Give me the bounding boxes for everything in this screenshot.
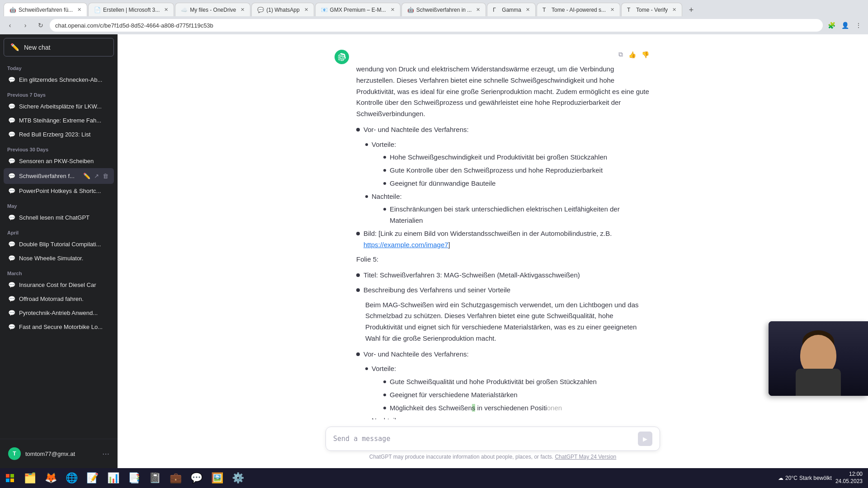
tab-9[interactable]: T Tome - Verify ✕: [621, 3, 682, 16]
sidebar-item-s12[interactable]: 💬 Offroad Motorrad fahren.: [4, 292, 114, 306]
tab-8[interactable]: T Tome - AI-powered s... ✕: [537, 3, 620, 16]
image-link[interactable]: https://example.com/image7: [363, 241, 448, 249]
sidebar-item-s1[interactable]: 💬 Ein glitzerndes Schnecken-Ab...: [4, 73, 114, 87]
sidebar-item-s5[interactable]: 💬 Sensoren an PKW-Scheiben: [4, 154, 114, 168]
bullet-nachteile-1: Nachteile:: [365, 191, 651, 202]
assistant-message: ⧉ 👍 👎 wendung von Druck und elektrischem…: [118, 43, 868, 419]
new-tab-button[interactable]: +: [685, 4, 698, 16]
more-icon[interactable]: ⋮: [853, 19, 864, 31]
sidebar-item-text-s8: Schnell lesen mit ChatGPT: [19, 214, 109, 221]
sidebar-item-s10[interactable]: 💬 Nose Wheelie Simulator.: [4, 251, 114, 265]
mag-desc: Beim MAG-Schweißen wird ein Schutzgasgem…: [365, 300, 651, 344]
text-v2-3: Möglichkeit des Schweißens in verschiede…: [390, 403, 562, 414]
tab-close-8[interactable]: ✕: [610, 7, 614, 13]
sidebar-item-s3[interactable]: 💬 MTB Steihänge: Extreme Fah...: [4, 113, 114, 127]
thumbs-up-button[interactable]: 👍: [627, 49, 638, 60]
sidebar-item-text-s1: Ein glitzerndes Schnecken-Ab...: [19, 76, 109, 83]
sidebar-item-s6[interactable]: 💬 Schweißverfahren f... ✏️ ↗ 🗑: [4, 168, 114, 184]
chat-icon-s14: 💬: [8, 324, 15, 330]
profile-icon[interactable]: 👤: [839, 19, 851, 31]
tab-close-5[interactable]: ✕: [391, 7, 395, 13]
forward-button[interactable]: ›: [19, 19, 32, 32]
dot-v1-1: [383, 156, 386, 159]
back-button[interactable]: ‹: [4, 19, 16, 32]
thumbs-down-button[interactable]: 👎: [640, 49, 651, 60]
taskbar-photos[interactable]: 🖼️: [207, 469, 227, 487]
tab-2[interactable]: 📄 Erstellen | Microsoft 3... ✕: [88, 3, 174, 16]
weather-temp: 20°C: [785, 475, 797, 481]
sidebar-item-s7[interactable]: 💬 PowerPoint Hotkeys & Shortc...: [4, 184, 114, 198]
bullet-bild-1: Bild: [Link zu einem Bild von Widerstand…: [356, 228, 651, 251]
tab-label-2: Erstellen | Microsoft 3...: [103, 7, 160, 13]
send-button[interactable]: ▶: [638, 432, 652, 446]
text-n1-1: Einschränkungen bei stark unterschiedlic…: [390, 204, 651, 226]
taskbar-chrome[interactable]: 🌐: [61, 469, 81, 487]
text-vn2: Vor- und Nachteile des Verfahrens:: [363, 349, 469, 360]
new-chat-icon: ✏️: [10, 43, 19, 52]
sidebar-item-s2[interactable]: 💬 Sichere Arbeitsplätze für LKW...: [4, 99, 114, 113]
message-input[interactable]: [333, 435, 633, 443]
tab-close-6[interactable]: ✕: [476, 7, 480, 13]
user-more-icon[interactable]: ⋯: [102, 450, 109, 458]
share-icon-s6[interactable]: ↗: [93, 172, 100, 180]
dot-n1-1: [383, 208, 386, 211]
taskbar-powerpoint[interactable]: 📑: [124, 469, 144, 487]
text-n2: Nachteile:: [372, 415, 402, 419]
dot-beschr-5: [356, 288, 360, 292]
taskbar-firefox[interactable]: 🦊: [41, 469, 61, 487]
tab-3[interactable]: ☁️ My files - OneDrive ✕: [175, 3, 250, 16]
sidebar-item-s8[interactable]: 💬 Schnell lesen mit ChatGPT: [4, 211, 114, 225]
refresh-button[interactable]: ↻: [34, 19, 47, 32]
dot-v2-1: [383, 380, 386, 383]
tab-close-9[interactable]: ✕: [672, 7, 676, 13]
tab-close-4[interactable]: ✕: [304, 7, 308, 13]
edit-icon-s6[interactable]: ✏️: [82, 172, 91, 180]
taskbar-explorer[interactable]: 🗂️: [20, 469, 40, 487]
dot-v1-3: [383, 182, 386, 185]
dot-n1: [365, 195, 368, 198]
address-input[interactable]: [50, 19, 823, 32]
bullet-vor-nach-2: Vor- und Nachteile des Verfahrens:: [356, 349, 651, 360]
copy-button[interactable]: ⧉: [617, 49, 625, 60]
taskbar-teams[interactable]: 💼: [165, 469, 185, 487]
text-v2-2: Geeignet für verschiedene Materialstärke…: [390, 389, 518, 401]
dot-vn2: [356, 352, 360, 356]
sidebar-item-text-s6: Schweißverfahren f...: [19, 173, 79, 179]
taskbar-settings[interactable]: ⚙️: [228, 469, 248, 487]
tab-close-2[interactable]: ✕: [164, 7, 168, 13]
sidebar-item-s4[interactable]: 💬 Red Bull Erzberg 2023: List: [4, 127, 114, 141]
sidebar-content: Today 💬 Ein glitzerndes Schnecken-Ab... …: [0, 60, 118, 439]
taskbar-onenote[interactable]: 📓: [145, 469, 165, 487]
taskbar-word[interactable]: 📝: [82, 469, 102, 487]
tab-active[interactable]: 🤖 Schweißverfahren fü... ✕: [4, 3, 87, 16]
assistant-icon: [335, 50, 349, 64]
chat-icon-s12: 💬: [8, 296, 15, 302]
section-march: March: [4, 265, 114, 278]
start-button[interactable]: [2, 470, 18, 486]
svg-rect-2: [6, 479, 9, 482]
sidebar-item-s13[interactable]: 💬 Pyrotechnik-Antrieb Anwend...: [4, 306, 114, 320]
input-wrapper: ▶ ChatGPT may produce inaccurate informa…: [326, 427, 660, 465]
tab-close-1[interactable]: ✕: [77, 7, 81, 13]
disclaimer-link[interactable]: ChatGPT May 24 Version: [555, 454, 616, 460]
sidebar-item-s9[interactable]: 💬 Double Blip Tutorial Compilati...: [4, 237, 114, 251]
user-row[interactable]: T tomtom77@gmx.at ⋯: [4, 443, 114, 465]
tab-7[interactable]: Γ Gamma ✕: [487, 3, 536, 16]
tab-6[interactable]: 🤖 Schweißverfahren in ... ✕: [401, 3, 486, 16]
tab-4[interactable]: 💬 (1) WhatsApp ✕: [251, 3, 314, 16]
new-chat-button[interactable]: ✏️ New chat: [4, 38, 114, 56]
vorteile-list-2: Gute Schweißqualität und hohe Produktivi…: [374, 376, 651, 413]
sidebar-item-s14[interactable]: 💬 Fast and Secure Motorbike Lo...: [4, 320, 114, 334]
taskbar-excel[interactable]: 📊: [103, 469, 123, 487]
chat-icon-s13: 💬: [8, 310, 15, 316]
tab-5[interactable]: 📧 GMX Premium – E-M... ✕: [315, 3, 401, 16]
tab-close-7[interactable]: ✕: [526, 7, 530, 13]
tab-close-3[interactable]: ✕: [241, 7, 245, 13]
new-chat-label: New chat: [24, 44, 50, 51]
sidebar-item-s11[interactable]: 💬 Insurance Cost for Diesel Car: [4, 278, 114, 292]
message-body: ⧉ 👍 👎 wendung von Druck und elektrischem…: [356, 49, 651, 419]
tab-favicon-6: 🤖: [407, 7, 414, 13]
taskbar-whatsapp[interactable]: 💬: [186, 469, 206, 487]
delete-icon-s6[interactable]: 🗑: [102, 172, 109, 180]
extensions-icon[interactable]: 🧩: [826, 19, 837, 31]
